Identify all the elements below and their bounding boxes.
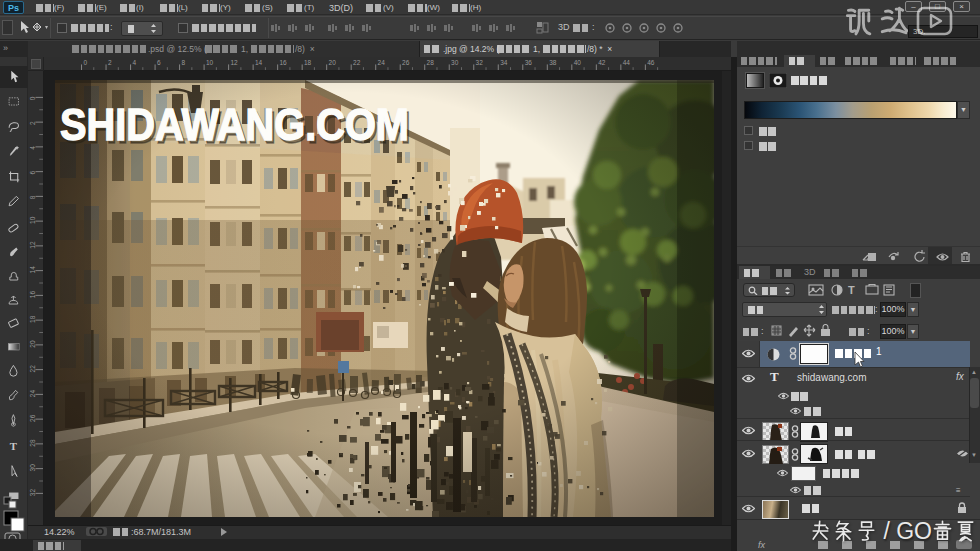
svg-text:44: 44 — [623, 59, 631, 66]
svg-text:18: 18 — [304, 59, 312, 66]
svg-text:20: 20 — [329, 59, 337, 66]
svg-text:40: 40 — [574, 59, 582, 66]
svg-text:SHIDAWANG.COM: SHIDAWANG.COM — [60, 100, 409, 149]
svg-text:30: 30 — [451, 59, 459, 66]
svg-text:34: 34 — [500, 59, 508, 66]
svg-text:42: 42 — [598, 59, 606, 66]
svg-text:2: 2 — [108, 59, 112, 66]
svg-text:38: 38 — [549, 59, 557, 66]
svg-text:20: 20 — [29, 340, 36, 348]
svg-text:4: 4 — [132, 59, 136, 66]
svg-text:10: 10 — [29, 216, 36, 224]
svg-text:6: 6 — [157, 59, 161, 66]
svg-text:32: 32 — [29, 489, 36, 497]
svg-text:16: 16 — [280, 59, 288, 66]
svg-text:8: 8 — [181, 59, 185, 66]
svg-text:26: 26 — [29, 414, 36, 422]
svg-text:14: 14 — [255, 59, 263, 66]
svg-text:T: T — [848, 284, 855, 296]
svg-text:14: 14 — [29, 266, 36, 274]
svg-text:24: 24 — [378, 59, 386, 66]
svg-text:2: 2 — [29, 121, 36, 125]
svg-text:32: 32 — [476, 59, 484, 66]
svg-text:46: 46 — [647, 59, 655, 66]
svg-text:4: 4 — [29, 146, 36, 150]
svg-text:0: 0 — [29, 96, 36, 100]
svg-text:16: 16 — [29, 291, 36, 299]
svg-text:30: 30 — [29, 464, 36, 472]
svg-text:36: 36 — [525, 59, 533, 66]
svg-text:8: 8 — [29, 195, 36, 199]
svg-text:12: 12 — [29, 241, 36, 249]
svg-text:10: 10 — [206, 59, 214, 66]
svg-text:28: 28 — [427, 59, 435, 66]
svg-text:28: 28 — [29, 439, 36, 447]
svg-text:24: 24 — [29, 390, 36, 398]
svg-text:26: 26 — [402, 59, 410, 66]
svg-text:0: 0 — [83, 59, 87, 66]
svg-text:T: T — [10, 440, 18, 452]
svg-text:18: 18 — [29, 315, 36, 323]
svg-text:6: 6 — [29, 170, 36, 174]
svg-text:22: 22 — [29, 365, 36, 373]
svg-text:12: 12 — [230, 59, 238, 66]
svg-text:22: 22 — [353, 59, 361, 66]
